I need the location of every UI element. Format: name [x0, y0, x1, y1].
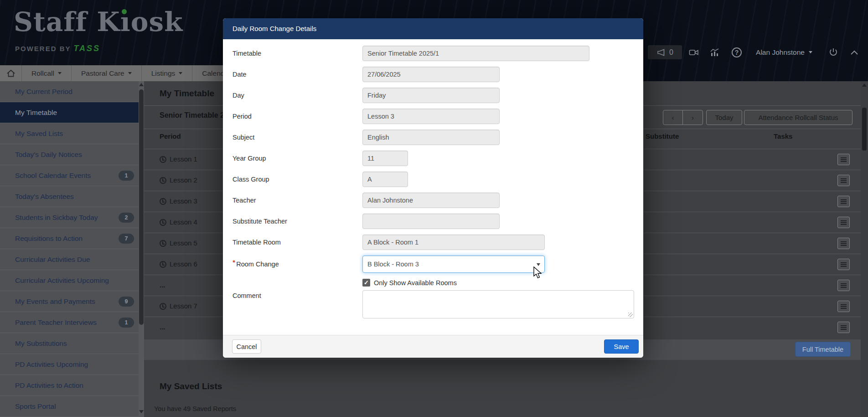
sidebar-item-my-substitutions[interactable]: My Substitutions — [0, 333, 139, 354]
clock-icon — [160, 177, 166, 184]
sidebar-item-school-calendar-events[interactable]: School Calendar Events1 — [0, 165, 139, 186]
field-label-timetable-room: Timetable Room — [232, 239, 362, 246]
collapse-header-button[interactable] — [846, 45, 863, 59]
clock-icon — [160, 156, 166, 163]
nav-listings[interactable]: Listings — [142, 65, 193, 81]
count-badge: 9 — [119, 297, 134, 307]
count-badge: 1 — [119, 171, 134, 181]
field-label-timetable: Timetable — [232, 50, 362, 57]
sidebar-item-curricular-activities-due[interactable]: Curricular Activities Due — [0, 249, 139, 270]
row-menu-button[interactable] — [837, 217, 850, 228]
cancel-button[interactable]: Cancel — [232, 339, 261, 354]
row-menu-button[interactable] — [837, 175, 850, 186]
power-icon — [828, 47, 838, 57]
field-label-comment: Comment — [232, 290, 362, 299]
sidebar-item-my-current-period[interactable]: My Current Period — [0, 81, 139, 102]
scrollbar-thumb[interactable] — [862, 108, 867, 151]
clock-icon — [160, 219, 166, 226]
scroll-down-icon[interactable] — [139, 410, 144, 413]
checkbox-label: Only Show Available Rooms — [374, 279, 457, 287]
sidebar-item-sports-portal[interactable]: Sports Portal — [0, 396, 139, 417]
clock-icon — [160, 198, 166, 205]
sidebar-item-requisitions-to-action[interactable]: Requisitions to Action7 — [0, 228, 139, 249]
field-label-date: Date — [232, 71, 362, 78]
sidebar-item-my-saved-lists[interactable]: My Saved Lists — [0, 123, 139, 144]
scroll-up-icon[interactable] — [862, 83, 867, 87]
user-name: Alan Johnstone — [756, 48, 805, 57]
only-show-available-rooms-checkbox[interactable]: ✓ — [362, 279, 370, 287]
day-field — [362, 88, 500, 103]
clock-icon — [160, 240, 166, 247]
sidebar-item-pd-activities-upcoming[interactable]: PD Activities Upcoming — [0, 354, 139, 375]
save-button[interactable]: Save — [604, 339, 639, 354]
reports-button[interactable] — [706, 45, 724, 59]
scroll-up-icon[interactable] — [139, 83, 144, 86]
sidebar-item-curricular-activities-upcoming[interactable]: Curricular Activities Upcoming — [0, 270, 139, 291]
row-menu-button[interactable] — [837, 301, 850, 312]
clock-icon — [160, 303, 166, 310]
saved-lists-summary: You have 49 Saved Reports — [154, 405, 236, 412]
row-menu-button[interactable] — [837, 322, 850, 333]
page-scrollbar[interactable] — [861, 81, 868, 417]
field-label-period: Period — [232, 113, 362, 120]
row-menu-button[interactable] — [837, 259, 850, 270]
comment-textarea[interactable] — [362, 290, 634, 318]
nav-rollcall[interactable]: Rollcall — [22, 65, 72, 81]
attendance-rollcall-status-button[interactable]: Attendance Rollcall Status — [744, 110, 852, 125]
help-icon: ? — [732, 47, 742, 57]
count-badge: 1 — [119, 318, 134, 328]
tass-logo: TASS — [73, 44, 100, 53]
chevron-down-icon — [128, 72, 132, 74]
row-menu-button[interactable] — [837, 154, 850, 165]
sidebar-scrollbar[interactable] — [139, 81, 144, 417]
timetable-room-field — [362, 235, 545, 250]
sidebar-item-pd-activities-to-action[interactable]: PD Activities to Action — [0, 375, 139, 396]
chart-icon — [710, 48, 720, 57]
today-button[interactable]: Today — [706, 110, 742, 125]
row-menu-button[interactable] — [837, 196, 850, 207]
field-label-subject: Subject — [232, 134, 362, 141]
sidebar-item-daily-notices[interactable]: Today's Daily Notices — [0, 144, 139, 165]
chevron-down-icon — [809, 51, 812, 53]
announcement-count: 0 — [669, 48, 673, 57]
sidebar-item-my-timetable[interactable]: My Timetable — [0, 102, 139, 123]
mouse-cursor — [533, 266, 544, 282]
nav-home[interactable] — [0, 65, 22, 81]
teacher-field — [362, 193, 500, 208]
chevron-down-icon — [537, 263, 540, 266]
chevron-down-icon — [179, 72, 182, 74]
room-change-select[interactable]: B Block - Room 3 — [362, 255, 545, 273]
staff-kiosk-page: Staff Kıosk POWERED BY TASS 0 ? Alan Joh… — [0, 0, 868, 417]
scrollbar-thumb[interactable] — [139, 89, 144, 325]
resize-grip[interactable] — [628, 313, 633, 317]
nav-pastoral-care[interactable]: Pastoral Care — [72, 65, 142, 81]
video-button[interactable] — [685, 45, 703, 59]
chevron-left-icon: ‹ — [672, 114, 674, 121]
logout-button[interactable] — [825, 45, 842, 59]
sidebar-item-my-events-and-payments[interactable]: My Events and Payments9 — [0, 291, 139, 312]
full-timetable-button[interactable]: Full Timetable — [795, 342, 851, 357]
field-label-substitute-teacher: Substitute Teacher — [232, 218, 362, 225]
prev-week-button[interactable]: ‹ — [663, 110, 683, 125]
modal-title: Daily Room Change Details — [223, 18, 643, 39]
period-field — [362, 109, 500, 124]
chevron-down-icon — [58, 72, 62, 74]
announcements-button[interactable]: 0 — [648, 45, 682, 59]
subject-field — [362, 130, 500, 145]
year-group-field — [362, 151, 408, 166]
sidebar-item-parent-teacher-interviews[interactable]: Parent Teacher Interviews1 — [0, 312, 139, 333]
field-label-day: Day — [232, 92, 362, 99]
next-week-button[interactable]: › — [682, 110, 703, 125]
help-button[interactable]: ? — [729, 45, 744, 59]
row-menu-button[interactable] — [837, 280, 850, 291]
count-badge: 7 — [119, 234, 134, 244]
home-icon — [6, 69, 16, 77]
powered-by: POWERED BY TASS — [15, 44, 100, 53]
saved-lists-title: My Saved Lists — [160, 381, 222, 391]
sidebar-item-students-in-sickbay[interactable]: Students in Sickbay Today2 — [0, 207, 139, 228]
user-menu[interactable]: Alan Johnstone — [752, 45, 816, 59]
daily-room-change-modal: Daily Room Change Details Timetable Date… — [223, 18, 643, 358]
row-menu-button[interactable] — [837, 238, 850, 249]
date-field — [362, 67, 500, 82]
sidebar-item-todays-absentees[interactable]: Today's Absentees — [0, 186, 139, 207]
